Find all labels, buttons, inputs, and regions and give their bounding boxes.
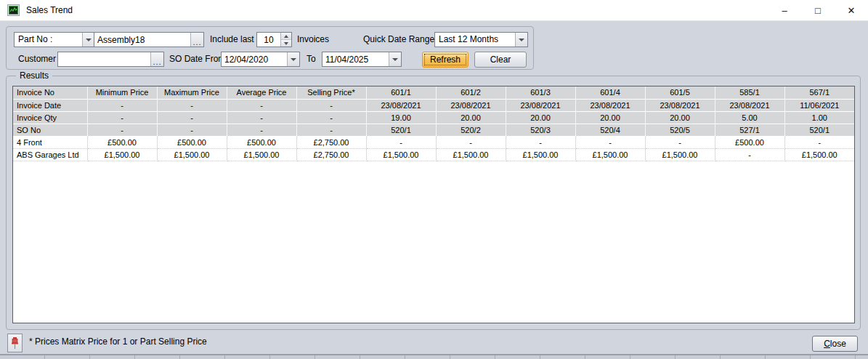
grid-value-cell[interactable]: £2,750.00 [296, 148, 366, 161]
so-date-from-dropdown-button[interactable] [287, 52, 299, 66]
grid-info-cell[interactable]: 527/1 [715, 124, 784, 136]
quick-date-range-combobox[interactable]: Last 12 Months [434, 32, 528, 47]
grid-value-cell[interactable]: £1,500.00 [645, 148, 715, 161]
customer-browse-button[interactable]: ... [150, 52, 163, 66]
grid-info-cell[interactable]: 20.00 [506, 111, 575, 124]
grid-column-header-cell[interactable]: Selling Price* [296, 86, 366, 99]
part-no-combobox[interactable]: Part No : [14, 32, 95, 47]
grid-info-cell[interactable]: - [227, 99, 296, 111]
grid-info-cell[interactable]: - [157, 124, 227, 136]
grid-value-cell[interactable]: - [575, 136, 645, 148]
grid-value-cell[interactable]: - [784, 136, 854, 148]
maximize-button[interactable]: □ [801, 0, 835, 21]
grid-info-cell[interactable]: - [296, 111, 366, 124]
grid-value-cell[interactable]: - [645, 136, 715, 148]
close-button[interactable]: Close [812, 336, 858, 352]
quick-date-range-dropdown-button[interactable] [515, 33, 527, 47]
so-date-from-input[interactable] [222, 52, 287, 66]
grid-value-cell[interactable]: £1,500.00 [784, 148, 854, 161]
grid-info-cell[interactable]: 23/08/2021 [715, 99, 784, 111]
grid-info-cell[interactable]: - [87, 99, 157, 111]
grid-info-cell[interactable]: - [87, 124, 157, 136]
spin-down-button[interactable] [281, 39, 291, 47]
grid-row-header-cell[interactable]: Invoice Date [13, 99, 87, 111]
grid-column-header-cell[interactable]: Maximum Price [157, 86, 227, 99]
grid-row-header-cell[interactable]: SO No [13, 124, 87, 136]
grid-info-cell[interactable]: 23/08/2021 [366, 99, 436, 111]
part-no-dropdown-button[interactable] [82, 33, 94, 47]
grid-value-cell[interactable]: £1,500.00 [157, 148, 227, 161]
grid-column-header-cell[interactable]: 567/1 [784, 86, 854, 99]
grid-row-label-cell[interactable]: 4 Front [13, 136, 87, 148]
grid-value-cell[interactable]: £500.00 [157, 136, 227, 148]
grid-value-cell[interactable]: £500.00 [87, 136, 157, 148]
grid-row-header-cell[interactable]: Invoice Qty [13, 111, 87, 124]
grid-column-header-cell[interactable]: 601/5 [645, 86, 715, 99]
clear-button[interactable]: Clear [474, 52, 527, 68]
grid-value-cell[interactable]: - [436, 136, 506, 148]
grid-column-header-cell[interactable]: 601/2 [436, 86, 506, 99]
grid-value-cell[interactable]: £1,500.00 [227, 148, 296, 161]
grid-value-cell[interactable]: £1,500.00 [366, 148, 436, 161]
grid-info-cell[interactable]: 23/08/2021 [645, 99, 715, 111]
grid-info-cell[interactable]: 20.00 [645, 111, 715, 124]
grid-info-cell[interactable]: 20.00 [575, 111, 645, 124]
grid-info-cell[interactable]: 520/2 [436, 124, 506, 136]
part-field[interactable]: ... [94, 32, 204, 47]
grid-info-cell[interactable]: 5.00 [715, 111, 784, 124]
grid-info-cell[interactable]: - [296, 99, 366, 111]
grid-value-cell[interactable]: £1,500.00 [87, 148, 157, 161]
grid-column-header-cell[interactable]: 585/1 [715, 86, 784, 99]
include-last-spinner[interactable] [256, 32, 292, 47]
grid-info-cell[interactable]: 11/06/2021 [784, 99, 854, 111]
so-date-to-picker[interactable] [322, 52, 402, 67]
results-grid[interactable]: Invoice NoMinimum PriceMaximum PriceAver… [12, 86, 855, 323]
include-last-input[interactable] [257, 33, 280, 47]
grid-value-cell[interactable]: £500.00 [227, 136, 296, 148]
grid-column-header-cell[interactable]: 601/3 [506, 86, 575, 99]
customer-field[interactable]: ... [57, 52, 164, 67]
grid-value-cell[interactable]: £500.00 [715, 136, 784, 148]
so-date-to-dropdown-button[interactable] [389, 52, 401, 66]
so-date-to-input[interactable] [323, 52, 389, 66]
grid-info-cell[interactable]: - [87, 111, 157, 124]
grid-info-cell[interactable]: 20.00 [436, 111, 506, 124]
grid-info-cell[interactable]: 23/08/2021 [506, 99, 575, 111]
grid-info-cell[interactable]: - [157, 111, 227, 124]
grid-info-cell[interactable]: 520/1 [366, 124, 436, 136]
close-window-button[interactable]: ✕ [835, 0, 868, 21]
grid-value-cell[interactable]: £1,500.00 [575, 148, 645, 161]
grid-info-cell[interactable]: 19.00 [366, 111, 436, 124]
grid-info-cell[interactable]: 23/08/2021 [575, 99, 645, 111]
grid-value-cell[interactable]: £1,500.00 [436, 148, 506, 161]
pin-button[interactable] [7, 334, 23, 352]
grid-corner-header-cell[interactable]: Invoice No [13, 86, 87, 99]
grid-info-cell[interactable]: - [296, 124, 366, 136]
so-date-from-picker[interactable] [221, 52, 300, 67]
grid-value-cell[interactable]: - [715, 148, 784, 161]
grid-info-cell[interactable]: - [227, 124, 296, 136]
grid-row-label-cell[interactable]: ABS Garages Ltd [13, 148, 87, 161]
minimize-button[interactable]: – [768, 0, 801, 21]
grid-info-cell[interactable]: 520/5 [645, 124, 715, 136]
grid-info-cell[interactable]: 23/08/2021 [436, 99, 506, 111]
grid-info-cell[interactable]: 520/1 [784, 124, 854, 136]
grid-value-cell[interactable]: - [506, 136, 575, 148]
grid-info-cell[interactable]: - [157, 99, 227, 111]
grid-value-cell[interactable]: £1,500.00 [506, 148, 575, 161]
part-browse-button[interactable]: ... [190, 33, 203, 47]
grid-value-cell[interactable]: £2,750.00 [296, 136, 366, 148]
grid-column-header-cell[interactable]: Average Price [227, 86, 296, 99]
grid-info-cell[interactable]: - [227, 111, 296, 124]
grid-info-cell[interactable]: 1.00 [784, 111, 854, 124]
grid-column-header-cell[interactable]: 601/1 [366, 86, 436, 99]
grid-column-header-cell[interactable]: 601/4 [575, 86, 645, 99]
grid-value-cell[interactable]: - [366, 136, 436, 148]
grid-info-cell[interactable]: 520/4 [575, 124, 645, 136]
part-input[interactable] [94, 33, 190, 47]
spin-up-button[interactable] [281, 33, 291, 39]
grid-column-header-cell[interactable]: Minimum Price [87, 86, 157, 99]
customer-input[interactable] [58, 52, 150, 66]
refresh-button[interactable]: Refresh [422, 52, 469, 68]
grid-info-cell[interactable]: 520/3 [506, 124, 575, 136]
